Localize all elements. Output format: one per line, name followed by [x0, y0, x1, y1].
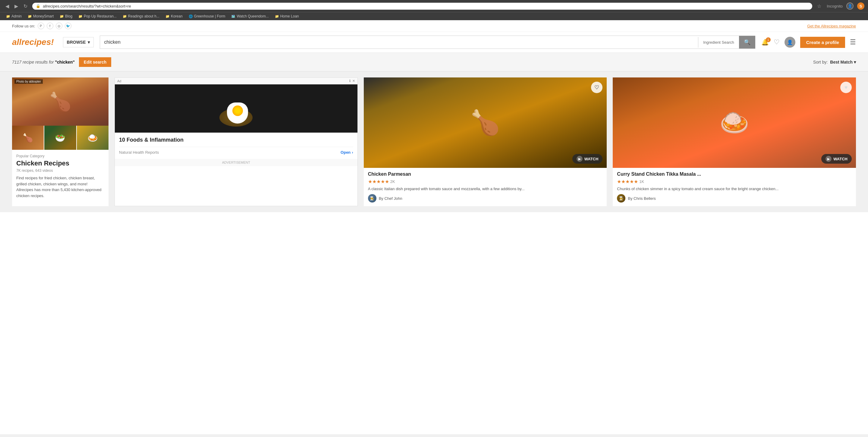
- browser-chrome: ◀ ▶ ↻ 🔒 allrecipes.com/search/results/?w…: [0, 0, 868, 12]
- egg-white: [227, 102, 248, 124]
- forward-button[interactable]: ▶: [13, 3, 20, 10]
- thumbnail-2[interactable]: 🥗: [44, 126, 76, 150]
- watch-label: WATCH: [584, 157, 598, 161]
- bookmark-readings[interactable]: 📁 Readings about h...: [120, 13, 162, 19]
- ad-source: Natural Health Reports Open ›: [119, 147, 353, 155]
- ingredient-search-button[interactable]: Ingredient Search: [698, 37, 739, 48]
- watch-recipe-2-button[interactable]: ▶ WATCH: [821, 154, 852, 164]
- star-button[interactable]: ☆: [815, 3, 823, 10]
- sort-select-button[interactable]: Best Match ▾: [830, 60, 856, 64]
- lock-icon: 🔒: [36, 4, 40, 8]
- bookmark-icon: 📁: [60, 14, 64, 19]
- hamburger-menu-button[interactable]: ☰: [850, 38, 856, 46]
- browse-label: BROWSE: [67, 40, 86, 44]
- category-info: Popular Category Chicken Recipes 7K reci…: [12, 150, 108, 203]
- create-profile-button[interactable]: Create a profile: [800, 37, 845, 48]
- bookmark-icon: 📁: [6, 14, 10, 19]
- category-title: Chicken Recipes: [16, 159, 104, 167]
- bookmark-label: Admin: [11, 14, 22, 19]
- bookmark-homeloan[interactable]: 📁 Home Loan: [273, 13, 301, 19]
- edit-search-button[interactable]: Edit search: [79, 57, 111, 67]
- bookmark-icon: 🌐: [189, 14, 193, 19]
- header-icons: 🔔 1 ♡ 👤 Create a profile ☰: [761, 37, 856, 48]
- results-bar: 7117 recipe results for "chicken" Edit s…: [0, 53, 868, 71]
- search-input[interactable]: [100, 36, 698, 48]
- site-header: allrecipes! BROWSE ▾ Ingredient Search 🔍…: [0, 32, 868, 53]
- ad-header: Ad ℹ ✕: [115, 78, 358, 84]
- bookmark-label: Greenhouse | Form: [194, 14, 225, 19]
- sort-chevron-icon: ▾: [854, 60, 856, 64]
- thumbnail-1[interactable]: 🍗: [12, 126, 44, 150]
- search-bar: Ingredient Search 🔍: [100, 36, 755, 49]
- twitter-icon[interactable]: 🐦: [65, 23, 71, 29]
- ad-info-icon[interactable]: ℹ: [349, 79, 350, 83]
- category-label: Popular Category: [16, 154, 104, 158]
- ad-label: Ad: [117, 79, 121, 83]
- bookmark-label: Korean: [171, 14, 183, 19]
- search-submit-button[interactable]: 🔍: [739, 36, 755, 49]
- bookmark-icon: 📁: [123, 14, 127, 19]
- thumbnail-3[interactable]: 🍛: [77, 126, 108, 150]
- pinterest-icon[interactable]: P: [38, 23, 44, 29]
- recipe-image-1: 🍗 ♡ ▶ WATCH: [364, 77, 607, 168]
- favorites-button[interactable]: ♡: [774, 38, 780, 46]
- bookmark-label: Pop Up Restauran...: [84, 14, 117, 19]
- instagram-icon[interactable]: ◎: [56, 23, 62, 29]
- ad-content: 10 Foods & Inflammation Natural Health R…: [115, 133, 358, 159]
- sort-by: Sort by: Best Match ▾: [813, 60, 856, 64]
- bookmark-greenhouse[interactable]: 🌐 Greenhouse | Form: [186, 13, 228, 19]
- sort-label: Sort by:: [813, 60, 828, 64]
- bookmark-korean[interactable]: 📁 Korean: [163, 13, 185, 19]
- profile-icon[interactable]: S: [857, 2, 864, 10]
- bookmark-admin[interactable]: 📁 Admin: [4, 13, 24, 19]
- recipe-image-2: 🍛 ♥ ▶ WATCH: [613, 77, 856, 168]
- recipe-1-info: Chicken Parmesan ★★★★★ 2K A classic Ital…: [364, 168, 607, 206]
- recipe-2-author: 👨‍🍳 By Chris Bellers: [617, 194, 852, 202]
- bookmark-icon: 📁: [79, 14, 83, 19]
- user-avatar-button[interactable]: 👤: [784, 37, 795, 48]
- nav-buttons: ◀ ▶ ↻: [4, 3, 29, 10]
- social-icons: P f ◎ 🐦: [38, 23, 71, 29]
- photo-credit: Photo by abbopter: [14, 79, 43, 84]
- watch-recipe-1-button[interactable]: ▶ WATCH: [572, 154, 603, 164]
- category-main-image: 🍗 Photo by abbopter: [12, 77, 108, 126]
- bookmark-watchqueen[interactable]: 🗺️ Watch Queendom...: [229, 13, 271, 19]
- reload-button[interactable]: ↻: [22, 3, 29, 10]
- magazine-link[interactable]: Get the Allrecipes magazine: [807, 24, 856, 28]
- top-bar: Follow us on: P f ◎ 🐦 Get the Allrecipes…: [0, 20, 868, 32]
- bookmark-blog[interactable]: 📁 Blog: [57, 13, 75, 19]
- category-card[interactable]: 🍗 Photo by abbopter 🍗 🥗 🍛 Popular Catego…: [12, 77, 108, 206]
- recipe-1-stars: ★★★★★: [368, 179, 389, 184]
- food-image-placeholder-2: 🍛: [613, 77, 856, 168]
- address-bar[interactable]: 🔒 allrecipes.com/search/results/?wt=chic…: [32, 3, 812, 10]
- search-icon: 🔍: [744, 39, 750, 45]
- author-1-avatar: 👨‍🍳: [368, 194, 376, 202]
- results-text: 7117 recipe results for "chicken": [12, 60, 75, 64]
- bookmark-icon: 🗺️: [231, 14, 236, 19]
- bookmark-icon: 📁: [28, 14, 32, 19]
- ad-footer: ADVERTISEMENT: [115, 159, 358, 166]
- chicken-image: 🍗: [49, 91, 72, 113]
- recipe-card-2[interactable]: 🍛 ♥ ▶ WATCH Curry Stand Chicken Tikka Ma…: [613, 77, 856, 206]
- watch-label-2: WATCH: [833, 157, 847, 161]
- ad-open-button[interactable]: Open ›: [341, 150, 353, 155]
- facebook-icon[interactable]: f: [47, 23, 53, 29]
- ad-close-icon[interactable]: ✕: [352, 79, 355, 83]
- bookmarks-bar: 📁 Admin 📁 MoneySmart 📁 Blog 📁 Pop Up Res…: [0, 12, 868, 20]
- favorite-recipe-2-button[interactable]: ♥: [840, 82, 852, 93]
- play-icon-2: ▶: [826, 156, 832, 162]
- recipe-1-desc: A classic Italian dish prepared with tom…: [368, 186, 603, 192]
- bookmark-popup[interactable]: 📁 Pop Up Restauran...: [76, 13, 119, 19]
- notification-button[interactable]: 🔔 1: [761, 38, 769, 46]
- bookmark-label: Readings about h...: [128, 14, 159, 19]
- bookmark-moneysmart[interactable]: 📁 MoneySmart: [25, 13, 56, 19]
- recipe-2-title: Curry Stand Chicken Tikka Masala ...: [617, 171, 852, 177]
- play-icon: ▶: [577, 156, 583, 162]
- bookmark-label: MoneySmart: [33, 14, 54, 19]
- site-logo[interactable]: allrecipes!: [12, 37, 54, 47]
- browse-button[interactable]: BROWSE ▾: [63, 37, 94, 47]
- recipe-card-1[interactable]: 🍗 ♡ ▶ WATCH Chicken Parmesan ★★★★★ 2K A …: [364, 77, 607, 206]
- results-info: 7117 recipe results for "chicken" Edit s…: [12, 57, 111, 67]
- recipe-2-reviews: 1K: [639, 179, 644, 184]
- back-button[interactable]: ◀: [4, 3, 11, 10]
